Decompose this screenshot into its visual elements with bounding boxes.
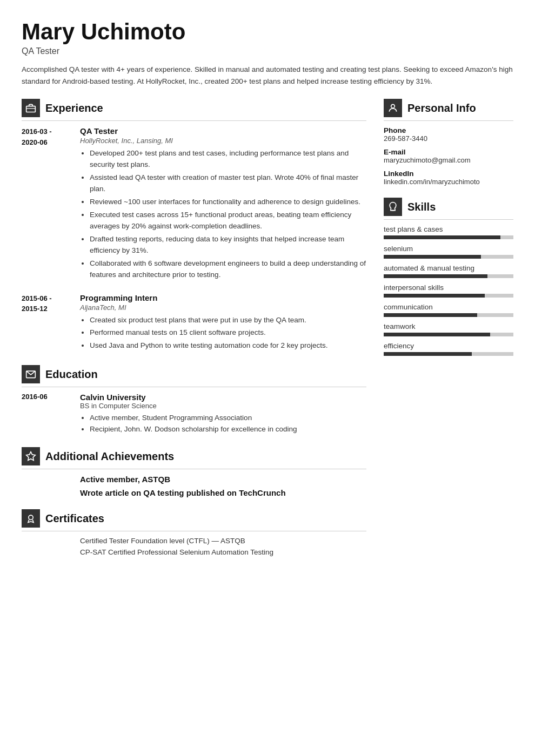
edu-bullets-1: Active member, Student Programming Assoc… bbox=[80, 413, 366, 435]
exp-company-2: AljanaTech, MI bbox=[80, 303, 366, 312]
skill-name: test plans & cases bbox=[384, 225, 513, 233]
certificates-section: Certificates Certified Tester Foundation… bbox=[22, 509, 366, 556]
achieve-entry-1: Active member, ASTQB bbox=[22, 475, 366, 484]
cert-text-2: CP-SAT Certified Professional Selenium A… bbox=[80, 548, 273, 556]
linkedin-value: linkedin.com/in/maryzuchimoto bbox=[384, 178, 513, 186]
exp-bullet: Developed 200+ test plans and test cases… bbox=[90, 148, 366, 171]
phone-field: Phone 269-587-3440 bbox=[384, 126, 513, 143]
candidate-title: QA Tester bbox=[22, 46, 513, 56]
skills-header: Skills bbox=[384, 198, 513, 220]
linkedin-field: LinkedIn linkedin.com/in/maryzuchimoto bbox=[384, 170, 513, 186]
edu-bullet: Recipient, John. W. Dodson scholarship f… bbox=[90, 424, 366, 435]
exp-content-2: Programming Intern AljanaTech, MI Create… bbox=[80, 293, 366, 354]
svg-marker-3 bbox=[26, 452, 36, 461]
achieve-text-2: Wrote article on QA testing published on… bbox=[80, 488, 286, 497]
cert-entry-1: Certified Tester Foundation level (CTFL)… bbox=[22, 537, 366, 545]
exp-bullet: Reviewed ~100 user interfaces for functi… bbox=[90, 197, 366, 208]
achievements-title: Additional Achievements bbox=[45, 450, 174, 463]
certificates-header: Certificates bbox=[22, 509, 366, 531]
exp-bullet: Performed manual tests on 15 client soft… bbox=[90, 327, 366, 339]
exp-bullets-2: Created six product test plans that were… bbox=[80, 315, 366, 352]
skill-name: selenium bbox=[384, 245, 513, 253]
skill-bar-fill bbox=[384, 294, 485, 298]
certificates-icon bbox=[22, 509, 40, 528]
skill-name: communication bbox=[384, 303, 513, 311]
skill-bar-fill bbox=[384, 255, 481, 259]
skill-item-2: automated & manual testing bbox=[384, 264, 513, 278]
exp-bullets-1: Developed 200+ test plans and test cases… bbox=[80, 148, 366, 280]
experience-header: Experience bbox=[22, 99, 366, 121]
resume-header: Mary Uchimoto QA Tester Accomplished QA … bbox=[22, 19, 513, 99]
skills-title: Skills bbox=[407, 201, 436, 213]
skill-bar-bg bbox=[384, 352, 513, 356]
achievements-section: Additional Achievements Active member, A… bbox=[22, 447, 366, 497]
achieve-entry-2: Wrote article on QA testing published on… bbox=[22, 488, 366, 497]
exp-jobtitle-2: Programming Intern bbox=[80, 293, 366, 302]
right-column: Personal Info Phone 269-587-3440 E-mail … bbox=[384, 99, 513, 734]
experience-section: Experience 2016-03 -2020-06 QA Tester Ho… bbox=[22, 99, 366, 353]
exp-entry-1: 2016-03 -2020-06 QA Tester HollyRocket, … bbox=[22, 126, 366, 282]
candidate-summary: Accomplished QA tester with 4+ years of … bbox=[22, 64, 513, 87]
email-field: E-mail maryzuchimoto@gmail.com bbox=[384, 148, 513, 164]
exp-bullet: Created six product test plans that were… bbox=[90, 315, 366, 326]
phone-label: Phone bbox=[384, 126, 513, 134]
achievements-icon bbox=[22, 447, 40, 465]
email-value: maryzuchimoto@gmail.com bbox=[384, 156, 513, 164]
skill-bar-bg bbox=[384, 235, 513, 239]
experience-title: Experience bbox=[45, 102, 103, 114]
edu-bullet: Active member, Student Programming Assoc… bbox=[90, 413, 366, 424]
education-icon bbox=[22, 365, 40, 383]
skill-bar-bg bbox=[384, 313, 513, 317]
skill-bar-bg bbox=[384, 333, 513, 336]
svg-point-5 bbox=[391, 105, 395, 109]
cert-spacer bbox=[22, 537, 70, 545]
achievements-header: Additional Achievements bbox=[22, 447, 366, 469]
achieve-spacer bbox=[22, 488, 70, 497]
exp-company-1: HollyRocket, Inc., Lansing, MI bbox=[80, 137, 366, 145]
exp-entry-2: 2015-06 -2015-12 Programming Intern Alja… bbox=[22, 293, 366, 354]
skill-bar-bg bbox=[384, 294, 513, 298]
skill-bar-bg bbox=[384, 274, 513, 278]
edu-degree-1: BS in Computer Science bbox=[80, 402, 366, 410]
cert-text-1: Certified Tester Foundation level (CTFL)… bbox=[80, 537, 245, 545]
skills-icon bbox=[384, 198, 402, 216]
skill-bar-fill bbox=[384, 352, 472, 356]
experience-entries: 2016-03 -2020-06 QA Tester HollyRocket, … bbox=[22, 126, 366, 353]
personal-info-title: Personal Info bbox=[407, 102, 476, 114]
skill-bar-fill bbox=[384, 313, 477, 317]
certificates-title: Certificates bbox=[45, 512, 104, 525]
skill-item-1: selenium bbox=[384, 245, 513, 259]
personal-info-icon bbox=[384, 99, 402, 117]
skill-bar-fill bbox=[384, 333, 490, 336]
skill-item-0: test plans & cases bbox=[384, 225, 513, 239]
education-title: Education bbox=[45, 368, 98, 381]
skill-name: interpersonal skills bbox=[384, 284, 513, 292]
experience-icon bbox=[22, 99, 40, 117]
achieve-text-1: Active member, ASTQB bbox=[80, 475, 170, 484]
exp-bullet: Drafted testing reports, reducing data t… bbox=[90, 234, 366, 256]
skill-name: automated & manual testing bbox=[384, 264, 513, 272]
exp-date-1: 2016-03 -2020-06 bbox=[22, 126, 70, 282]
personal-info-header: Personal Info bbox=[384, 99, 513, 121]
email-label: E-mail bbox=[384, 148, 513, 156]
skill-bar-bg bbox=[384, 255, 513, 259]
achieve-spacer bbox=[22, 475, 70, 484]
svg-point-4 bbox=[29, 515, 33, 519]
exp-jobtitle-1: QA Tester bbox=[80, 126, 366, 136]
main-content: Experience 2016-03 -2020-06 QA Tester Ho… bbox=[22, 99, 513, 734]
skill-name: teamwork bbox=[384, 322, 513, 330]
education-header: Education bbox=[22, 365, 366, 387]
exp-bullet: Collaborated with 6 software development… bbox=[90, 258, 366, 281]
cert-entry-2: CP-SAT Certified Professional Selenium A… bbox=[22, 548, 366, 556]
svg-rect-0 bbox=[26, 106, 36, 112]
exp-bullet: Executed test cases across 15+ functiona… bbox=[90, 210, 366, 232]
phone-value: 269-587-3440 bbox=[384, 134, 513, 143]
skills-list: test plans & cases selenium automated & … bbox=[384, 225, 513, 356]
linkedin-label: LinkedIn bbox=[384, 170, 513, 178]
candidate-name: Mary Uchimoto bbox=[22, 19, 513, 44]
edu-entry-1: 2016-06 Calvin University BS in Computer… bbox=[22, 393, 366, 435]
edu-school-1: Calvin University bbox=[80, 393, 366, 402]
exp-content-1: QA Tester HollyRocket, Inc., Lansing, MI… bbox=[80, 126, 366, 282]
left-column: Experience 2016-03 -2020-06 QA Tester Ho… bbox=[22, 99, 366, 734]
skill-item-4: communication bbox=[384, 303, 513, 317]
